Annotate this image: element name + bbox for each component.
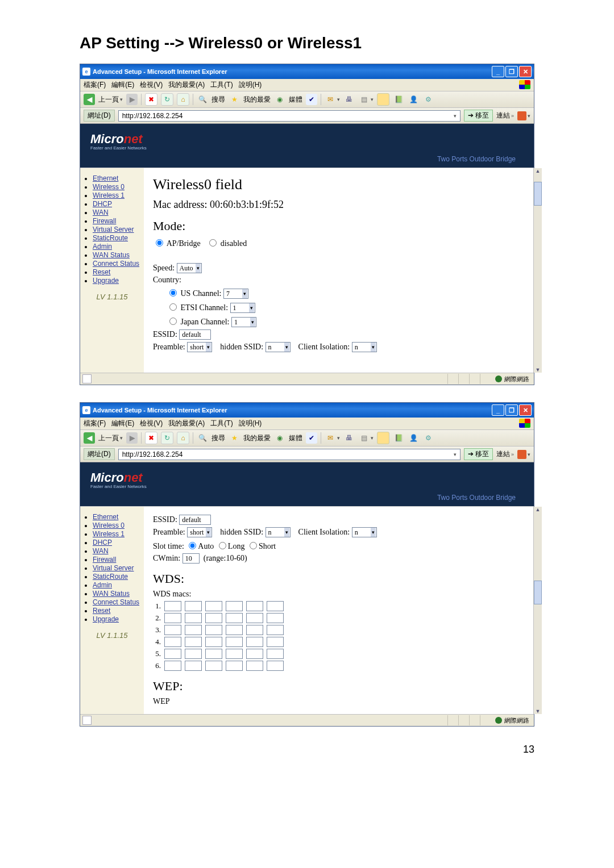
wds-mac-cell[interactable] bbox=[246, 613, 263, 623]
wds-mac-cell[interactable] bbox=[205, 637, 222, 647]
edit-icon[interactable]: ▤ bbox=[358, 432, 370, 444]
wds-mac-cell[interactable] bbox=[246, 601, 263, 611]
stop-button[interactable]: ✖ bbox=[145, 432, 157, 444]
favorites-label[interactable]: 我的最愛 bbox=[243, 433, 271, 443]
wds-mac-cell[interactable] bbox=[226, 625, 243, 635]
sidebar-item-wan-status[interactable]: WAN Status bbox=[93, 590, 130, 598]
forward-button[interactable]: ▶ bbox=[126, 94, 138, 105]
wds-mac-cell[interactable] bbox=[205, 601, 222, 611]
address-input[interactable]: http://192.168.2.254 ▾ bbox=[118, 110, 460, 122]
sidebar-item-reset[interactable]: Reset bbox=[93, 607, 110, 615]
preamble-select[interactable]: short bbox=[187, 527, 212, 537]
back-button[interactable]: ◀ bbox=[84, 94, 95, 105]
home-button[interactable]: ⌂ bbox=[177, 93, 189, 106]
menu-favorites[interactable]: 我的最愛(A) bbox=[168, 419, 205, 428]
media-label[interactable]: 媒體 bbox=[289, 95, 302, 105]
go-button[interactable]: ➔ 移至 bbox=[464, 110, 493, 122]
us-channel-select[interactable]: 7 bbox=[223, 289, 248, 299]
snagit-icon[interactable] bbox=[517, 450, 526, 459]
slot-long-radio[interactable] bbox=[219, 542, 226, 549]
menu-view[interactable]: 檢視(V) bbox=[140, 419, 163, 428]
edit-icon[interactable]: ▤ bbox=[358, 94, 370, 105]
wds-mac-cell[interactable] bbox=[164, 661, 181, 671]
wds-mac-cell[interactable] bbox=[267, 649, 284, 659]
wds-mac-cell[interactable] bbox=[246, 625, 263, 635]
wds-mac-cell[interactable] bbox=[267, 637, 284, 647]
wds-mac-cell[interactable] bbox=[185, 613, 202, 623]
wds-mac-cell[interactable] bbox=[226, 661, 243, 671]
minimize-button[interactable]: _ bbox=[492, 404, 504, 416]
sidebar-item-wireless1[interactable]: Wireless 1 bbox=[93, 530, 125, 538]
sidebar-item-dhcp[interactable]: DHCP bbox=[93, 200, 112, 208]
wds-mac-cell[interactable] bbox=[267, 601, 284, 611]
stop-button[interactable]: ✖ bbox=[145, 93, 157, 106]
messenger-icon[interactable]: 👤 bbox=[408, 94, 419, 105]
scroll-thumb[interactable] bbox=[534, 581, 542, 604]
refresh-button[interactable]: ↻ bbox=[161, 93, 173, 106]
sidebar-item-wan-status[interactable]: WAN Status bbox=[93, 251, 130, 259]
wds-mac-cell[interactable] bbox=[246, 661, 263, 671]
sidebar-item-wireless0[interactable]: Wireless 0 bbox=[93, 183, 125, 191]
wds-mac-cell[interactable] bbox=[185, 649, 202, 659]
wds-mac-cell[interactable] bbox=[164, 637, 181, 647]
go-button[interactable]: ➔ 移至 bbox=[464, 448, 493, 460]
sidebar-item-dhcp[interactable]: DHCP bbox=[93, 539, 112, 546]
wds-mac-cell[interactable] bbox=[246, 637, 263, 647]
menu-tools[interactable]: 工具(T) bbox=[210, 80, 233, 90]
discuss-icon[interactable] bbox=[377, 432, 389, 444]
menu-edit[interactable]: 編輯(E) bbox=[111, 419, 134, 428]
scroll-up-icon[interactable]: ▲ bbox=[534, 507, 542, 512]
essid-input[interactable]: default bbox=[179, 329, 211, 340]
media-label[interactable]: 媒體 bbox=[289, 433, 302, 443]
favorites-label[interactable]: 我的最愛 bbox=[243, 95, 271, 105]
hidden-ssid-select[interactable]: n bbox=[265, 342, 291, 352]
cwmin-input[interactable]: 10 bbox=[182, 553, 200, 564]
search-label[interactable]: 搜尋 bbox=[211, 433, 225, 443]
wds-mac-cell[interactable] bbox=[267, 613, 284, 623]
history-icon[interactable]: ✔ bbox=[306, 94, 317, 105]
sidebar-item-staticroute[interactable]: StaticRoute bbox=[93, 234, 128, 242]
menu-help[interactable]: 說明(H) bbox=[239, 80, 262, 90]
back-label[interactable]: 上一頁 bbox=[98, 95, 119, 105]
wds-mac-cell[interactable] bbox=[164, 613, 181, 623]
favorites-icon[interactable]: ★ bbox=[229, 432, 240, 444]
country-japan-radio[interactable] bbox=[169, 318, 177, 325]
sidebar-item-connect-status[interactable]: Connect Status bbox=[93, 598, 139, 606]
sidebar-item-upgrade[interactable]: Upgrade bbox=[93, 277, 119, 285]
sidebar-item-firewall[interactable]: Firewall bbox=[93, 556, 116, 564]
sidebar-item-admin[interactable]: Admin bbox=[93, 243, 112, 251]
sidebar-item-wan[interactable]: WAN bbox=[93, 547, 109, 555]
extra-icon[interactable]: ⚙ bbox=[422, 432, 434, 444]
sidebar-item-ethernet[interactable]: Ethernet bbox=[93, 513, 118, 521]
home-button[interactable]: ⌂ bbox=[177, 432, 189, 444]
sidebar-item-virtual-server[interactable]: Virtual Server bbox=[93, 226, 134, 233]
links-button[interactable]: 連結 bbox=[496, 449, 510, 459]
search-icon[interactable]: 🔍 bbox=[197, 432, 208, 444]
sidebar-item-firewall[interactable]: Firewall bbox=[93, 217, 116, 225]
wds-mac-cell[interactable] bbox=[267, 625, 284, 635]
sidebar-item-reset[interactable]: Reset bbox=[93, 268, 110, 276]
research-icon[interactable]: 📗 bbox=[393, 432, 404, 444]
etsi-channel-select[interactable]: 1 bbox=[230, 303, 255, 313]
wds-mac-cell[interactable] bbox=[205, 661, 222, 671]
wds-mac-cell[interactable] bbox=[185, 661, 202, 671]
sidebar-item-upgrade[interactable]: Upgrade bbox=[93, 615, 119, 623]
wds-mac-cell[interactable] bbox=[226, 601, 243, 611]
wds-mac-cell[interactable] bbox=[205, 649, 222, 659]
media-icon[interactable]: ◉ bbox=[274, 94, 285, 105]
sidebar-item-wan[interactable]: WAN bbox=[93, 208, 109, 216]
japan-channel-select[interactable]: 1 bbox=[231, 317, 256, 327]
wds-mac-cell[interactable] bbox=[226, 613, 243, 623]
speed-select[interactable]: Auto bbox=[177, 263, 202, 273]
scrollbar[interactable]: ▲ ▼ bbox=[533, 507, 542, 714]
menu-view[interactable]: 檢視(V) bbox=[140, 80, 163, 90]
sidebar-item-staticroute[interactable]: StaticRoute bbox=[93, 573, 128, 581]
search-label[interactable]: 搜尋 bbox=[211, 95, 225, 105]
maximize-button[interactable]: ❐ bbox=[505, 404, 518, 416]
refresh-button[interactable]: ↻ bbox=[161, 432, 173, 444]
sidebar-item-connect-status[interactable]: Connect Status bbox=[93, 260, 139, 268]
wds-mac-cell[interactable] bbox=[226, 637, 243, 647]
menu-favorites[interactable]: 我的最愛(A) bbox=[168, 80, 205, 90]
messenger-icon[interactable]: 👤 bbox=[408, 432, 419, 444]
extra-icon[interactable]: ⚙ bbox=[422, 94, 434, 105]
